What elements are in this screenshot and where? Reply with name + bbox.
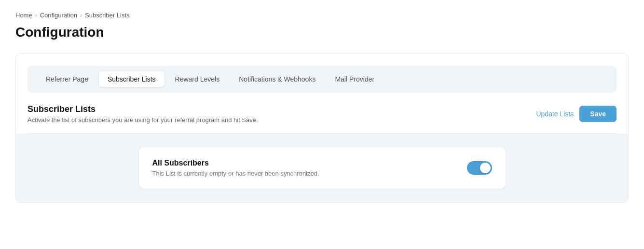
tab-reward-levels[interactable]: Reward Levels [166,71,229,87]
breadcrumb-sep-1: › [35,12,37,19]
lists-area: All Subscribers This List is currently e… [16,134,628,202]
breadcrumb-current: Subscriber Lists [85,12,129,19]
list-card-description: This List is currently empty or has neve… [152,170,319,177]
breadcrumb-sep-2: › [80,12,82,19]
section-actions: Update Lists Save [536,106,617,122]
section-header: Subscriber Lists Activate the list of su… [27,93,617,134]
page-title: Configuration [15,25,629,40]
update-lists-button[interactable]: Update Lists [536,110,574,118]
section-header-wrapper: Subscriber Lists Activate the list of su… [16,93,628,134]
tab-subscriber-lists[interactable]: Subscriber Lists [99,71,164,87]
section-title: Subscriber Lists [27,104,258,114]
tab-referrer-page[interactable]: Referrer Page [37,71,97,87]
list-card-info: All Subscribers This List is currently e… [152,159,319,177]
tab-notifications-webhooks[interactable]: Notifications & Webhooks [230,71,324,87]
tab-mail-provider[interactable]: Mail Provider [326,71,383,87]
section-title-block: Subscriber Lists Activate the list of su… [27,104,258,124]
toggle-thumb [480,163,491,173]
save-button[interactable]: Save [579,106,617,122]
breadcrumb: Home › Configuration › Subscriber Lists [15,12,629,19]
breadcrumb-home[interactable]: Home [15,12,32,19]
section-subtitle: Activate the list of subscribers you are… [27,116,258,124]
toggle-track [467,161,492,175]
main-card: Referrer Page Subscriber Lists Reward Le… [15,54,629,203]
breadcrumb-configuration[interactable]: Configuration [40,12,77,19]
tabs-wrapper: Referrer Page Subscriber Lists Reward Le… [16,54,628,93]
list-card-all-subscribers: All Subscribers This List is currently e… [139,147,506,189]
list-card-name: All Subscribers [152,159,319,167]
page-container: Home › Configuration › Subscriber Lists … [0,0,644,214]
list-toggle[interactable] [467,161,492,175]
tabs-container: Referrer Page Subscriber Lists Reward Le… [27,66,617,93]
